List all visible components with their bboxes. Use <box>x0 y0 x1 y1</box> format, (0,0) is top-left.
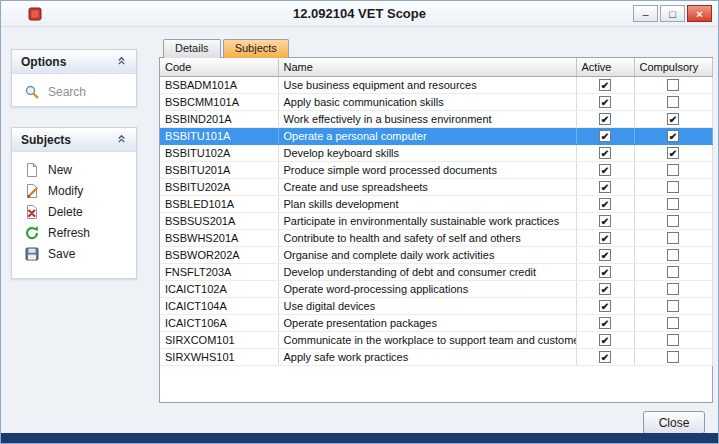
active-checkbox-cell[interactable]: ✔ <box>576 93 634 110</box>
sidebar-item-modify[interactable]: Modify <box>12 180 136 201</box>
cell-name[interactable]: Participate in environmentally sustainab… <box>278 212 576 229</box>
collapse-chevron-icon[interactable] <box>116 55 127 69</box>
table-row[interactable]: BSBSUS201AParticipate in environmentally… <box>160 212 712 229</box>
active-checkbox-cell[interactable]: ✔ <box>576 110 634 127</box>
active-checkbox-cell[interactable]: ✔ <box>576 161 634 178</box>
compulsory-checkbox-cell[interactable] <box>634 331 712 348</box>
active-checkbox[interactable]: ✔ <box>599 232 611 244</box>
cell-code[interactable]: BSBITU201A <box>160 161 278 178</box>
cell-name[interactable]: Apply basic communication skills <box>278 93 576 110</box>
active-checkbox[interactable]: ✔ <box>599 215 611 227</box>
compulsory-checkbox[interactable] <box>667 300 679 312</box>
compulsory-checkbox[interactable] <box>667 96 679 108</box>
active-checkbox[interactable]: ✔ <box>599 181 611 193</box>
table-row[interactable]: BSBIND201AWork effectively in a business… <box>160 110 712 127</box>
table-row[interactable]: SIRXWHS101Apply safe work practices✔ <box>160 348 712 365</box>
options-panel-header[interactable]: Options <box>12 50 136 74</box>
compulsory-checkbox[interactable] <box>667 232 679 244</box>
collapse-chevron-icon[interactable] <box>116 133 127 147</box>
compulsory-checkbox-cell[interactable] <box>634 314 712 331</box>
compulsory-checkbox[interactable] <box>667 164 679 176</box>
close-window-button[interactable]: × <box>687 5 712 22</box>
active-checkbox-cell[interactable]: ✔ <box>576 280 634 297</box>
table-row[interactable]: FNSFLT203ADevelop understanding of debt … <box>160 263 712 280</box>
compulsory-checkbox[interactable] <box>667 317 679 329</box>
column-header-code[interactable]: Code <box>160 58 278 76</box>
compulsory-checkbox[interactable] <box>667 249 679 261</box>
cell-code[interactable]: ICAICT102A <box>160 280 278 297</box>
table-row[interactable]: SIRXCOM101Communicate in the workplace t… <box>160 331 712 348</box>
cell-code[interactable]: BSBITU202A <box>160 178 278 195</box>
active-checkbox-cell[interactable]: ✔ <box>576 263 634 280</box>
cell-name[interactable]: Use business equipment and resources <box>278 76 576 93</box>
cell-code[interactable]: BSBIND201A <box>160 110 278 127</box>
compulsory-checkbox[interactable]: ✔ <box>667 130 679 142</box>
compulsory-checkbox-cell[interactable]: ✔ <box>634 110 712 127</box>
compulsory-checkbox-cell[interactable] <box>634 229 712 246</box>
cell-name[interactable]: Operate a personal computer <box>278 127 576 144</box>
cell-code[interactable]: ICAICT104A <box>160 297 278 314</box>
cell-code[interactable]: ICAICT106A <box>160 314 278 331</box>
cell-name[interactable]: Organise and complete daily work activit… <box>278 246 576 263</box>
cell-code[interactable]: BSBWHS201A <box>160 229 278 246</box>
sidebar-item-refresh[interactable]: Refresh <box>12 222 136 243</box>
active-checkbox-cell[interactable]: ✔ <box>576 229 634 246</box>
sidebar-item-new[interactable]: New <box>12 159 136 180</box>
compulsory-checkbox[interactable] <box>667 283 679 295</box>
cell-code[interactable]: SIRXWHS101 <box>160 348 278 365</box>
column-header-compulsory[interactable]: Compulsory <box>634 58 712 76</box>
active-checkbox[interactable]: ✔ <box>599 130 611 142</box>
compulsory-checkbox[interactable]: ✔ <box>667 147 679 159</box>
compulsory-checkbox[interactable] <box>667 351 679 363</box>
active-checkbox[interactable]: ✔ <box>599 96 611 108</box>
column-header-active[interactable]: Active <box>576 58 634 76</box>
compulsory-checkbox-cell[interactable] <box>634 76 712 93</box>
sidebar-item-save[interactable]: Save <box>12 243 136 264</box>
compulsory-checkbox-cell[interactable] <box>634 93 712 110</box>
subjects-panel-header[interactable]: Subjects <box>12 128 136 152</box>
active-checkbox[interactable]: ✔ <box>599 198 611 210</box>
compulsory-checkbox-cell[interactable] <box>634 212 712 229</box>
active-checkbox[interactable]: ✔ <box>599 249 611 261</box>
active-checkbox-cell[interactable]: ✔ <box>576 144 634 161</box>
compulsory-checkbox-cell[interactable] <box>634 280 712 297</box>
compulsory-checkbox-cell[interactable] <box>634 178 712 195</box>
tab-subjects[interactable]: Subjects <box>223 39 289 58</box>
tab-details[interactable]: Details <box>163 39 221 58</box>
compulsory-checkbox-cell[interactable]: ✔ <box>634 127 712 144</box>
active-checkbox[interactable]: ✔ <box>599 79 611 91</box>
active-checkbox[interactable]: ✔ <box>599 266 611 278</box>
table-row[interactable]: ICAICT106AOperate presentation packages✔ <box>160 314 712 331</box>
table-row[interactable]: ICAICT102AOperate word-processing applic… <box>160 280 712 297</box>
cell-name[interactable]: Use digital devices <box>278 297 576 314</box>
cell-code[interactable]: BSBADM101A <box>160 76 278 93</box>
active-checkbox-cell[interactable]: ✔ <box>576 212 634 229</box>
compulsory-checkbox[interactable] <box>667 198 679 210</box>
cell-code[interactable]: BSBITU101A <box>160 127 278 144</box>
active-checkbox[interactable]: ✔ <box>599 147 611 159</box>
active-checkbox-cell[interactable]: ✔ <box>576 195 634 212</box>
active-checkbox-cell[interactable]: ✔ <box>576 314 634 331</box>
table-row[interactable]: BSBITU102ADevelop keyboard skills✔✔ <box>160 144 712 161</box>
cell-name[interactable]: Create and use spreadsheets <box>278 178 576 195</box>
compulsory-checkbox-cell[interactable] <box>634 161 712 178</box>
table-row[interactable]: BSBITU101AOperate a personal computer✔✔ <box>160 127 712 144</box>
compulsory-checkbox-cell[interactable]: ✔ <box>634 144 712 161</box>
cell-name[interactable]: Work effectively in a business environme… <box>278 110 576 127</box>
cell-name[interactable]: Apply safe work practices <box>278 348 576 365</box>
cell-name[interactable]: Operate presentation packages <box>278 314 576 331</box>
cell-code[interactable]: BSBCMM101A <box>160 93 278 110</box>
table-row[interactable]: BSBLED101APlan skills development✔ <box>160 195 712 212</box>
cell-name[interactable]: Develop keyboard skills <box>278 144 576 161</box>
table-row[interactable]: BSBWOR202AOrganise and complete daily wo… <box>160 246 712 263</box>
active-checkbox[interactable]: ✔ <box>599 317 611 329</box>
table-row[interactable]: ICAICT104AUse digital devices✔ <box>160 297 712 314</box>
compulsory-checkbox[interactable] <box>667 181 679 193</box>
active-checkbox[interactable]: ✔ <box>599 113 611 125</box>
active-checkbox-cell[interactable]: ✔ <box>576 127 634 144</box>
compulsory-checkbox-cell[interactable] <box>634 348 712 365</box>
active-checkbox[interactable]: ✔ <box>599 300 611 312</box>
active-checkbox-cell[interactable]: ✔ <box>576 246 634 263</box>
cell-name[interactable]: Produce simple word processed documents <box>278 161 576 178</box>
table-row[interactable]: BSBITU202ACreate and use spreadsheets✔ <box>160 178 712 195</box>
